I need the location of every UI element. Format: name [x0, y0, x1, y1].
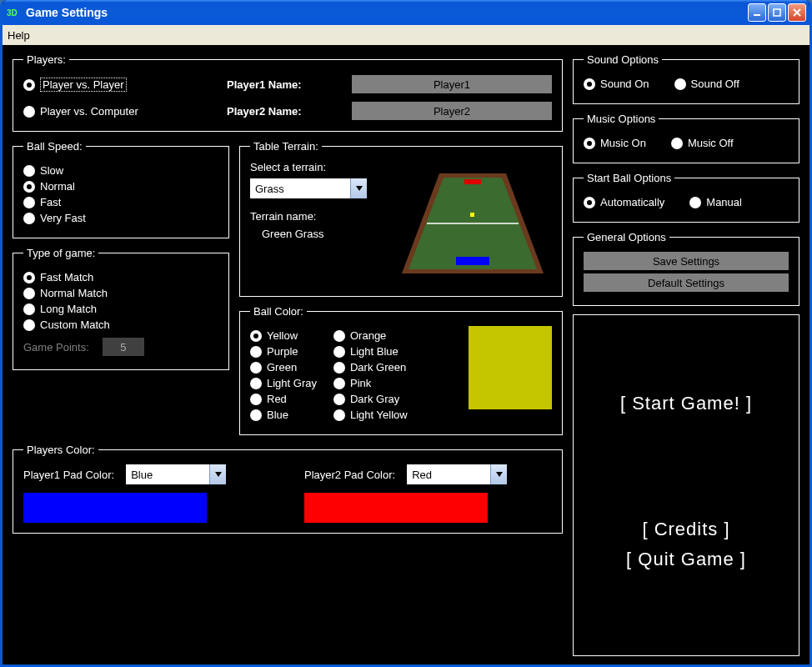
- svg-text:3D: 3D: [7, 8, 18, 18]
- gametype-legend: Type of game:: [23, 247, 98, 259]
- radio-fast[interactable]: Fast: [23, 196, 218, 208]
- close-button[interactable]: [788, 3, 806, 22]
- menubar: Help: [3, 25, 809, 45]
- startball-group: Start Ball Options Automatically Manual: [573, 172, 799, 223]
- radio-normalmatch[interactable]: Normal Match: [23, 287, 218, 299]
- players-legend: Players:: [23, 53, 69, 66]
- radio-music-off[interactable]: Music Off: [671, 137, 734, 149]
- radio-blue[interactable]: Blue: [250, 409, 317, 421]
- terrain-group: Table Terrain: Select a terrain: Grass T…: [239, 140, 563, 297]
- radio-icon: [23, 106, 35, 118]
- radio-sound-on[interactable]: Sound On: [584, 78, 649, 90]
- ballcolor-swatch: [469, 326, 552, 409]
- ballcolor-group: Ball Color: Yellow Purple Green Light Gr…: [239, 305, 563, 435]
- terrain-name-value: Green Grass: [250, 228, 383, 240]
- radio-red[interactable]: Red: [250, 393, 317, 405]
- radio-purple[interactable]: Purple: [250, 345, 317, 358]
- radio-lightblue[interactable]: Light Blue: [333, 345, 408, 358]
- radio-normal[interactable]: Normal: [23, 180, 218, 193]
- terrain-select[interactable]: Grass: [250, 178, 367, 198]
- svg-marker-12: [215, 472, 222, 477]
- radio-pink[interactable]: Pink: [333, 377, 408, 389]
- radio-green[interactable]: Green: [250, 361, 317, 374]
- radio-icon: [23, 79, 35, 91]
- game-points-label: Game Points:: [23, 341, 89, 354]
- radio-darkgreen[interactable]: Dark Green: [333, 361, 408, 374]
- radio-lightgray[interactable]: Light Gray: [250, 377, 317, 389]
- window: 3D Game Settings Help Players: Player vs…: [0, 0, 812, 667]
- svg-rect-10: [456, 257, 489, 265]
- radio-slow[interactable]: Slow: [23, 164, 218, 177]
- save-settings-button[interactable]: Save Settings: [584, 252, 789, 270]
- quit-game-button[interactable]: [ Quit Game ]: [626, 549, 746, 570]
- radio-fastmatch[interactable]: Fast Match: [23, 271, 218, 283]
- radio-music-on[interactable]: Music On: [584, 137, 646, 149]
- radio-startball-auto[interactable]: Automatically: [584, 196, 664, 208]
- p1-pad-label: Player1 Pad Color:: [23, 469, 114, 481]
- player2-name-input[interactable]: Player2: [352, 102, 552, 120]
- svg-rect-1: [754, 14, 760, 16]
- p1-pad-select[interactable]: Blue: [126, 464, 226, 484]
- radio-yellow[interactable]: Yellow: [250, 329, 317, 342]
- radio-lightyellow[interactable]: Light Yellow: [333, 409, 408, 421]
- minimize-button[interactable]: [748, 3, 766, 22]
- svg-marker-5: [356, 186, 363, 191]
- player1-name-input[interactable]: Player1: [352, 75, 552, 93]
- radio-longmatch[interactable]: Long Match: [23, 303, 218, 315]
- chevron-down-icon: [350, 178, 367, 198]
- svg-rect-2: [774, 9, 780, 16]
- radio-orange[interactable]: Orange: [333, 329, 408, 342]
- players-group: Players: Player vs. Player Player vs. Co…: [13, 53, 563, 132]
- terrain-legend: Table Terrain:: [250, 140, 322, 153]
- ballspeed-legend: Ball Speed:: [23, 140, 86, 153]
- radio-startball-manual[interactable]: Manual: [689, 196, 742, 208]
- radio-veryfast[interactable]: Very Fast: [23, 212, 218, 224]
- player1-name-label: Player1 Name:: [227, 78, 343, 91]
- menu-help[interactable]: Help: [8, 29, 30, 42]
- terrain-name-label: Terrain name:: [250, 210, 383, 223]
- radio-sound-off[interactable]: Sound Off: [674, 78, 739, 90]
- p1-pad-swatch: [23, 493, 207, 523]
- p2-pad-select[interactable]: Red: [407, 464, 507, 484]
- app-icon: 3D: [6, 5, 21, 20]
- p2-pad-label: Player2 Pad Color:: [304, 469, 395, 481]
- svg-marker-13: [496, 472, 503, 477]
- window-title: Game Settings: [26, 6, 108, 19]
- sound-group: Sound Options Sound On Sound Off: [573, 53, 799, 104]
- radio-custommatch[interactable]: Custom Match: [23, 318, 218, 331]
- ballspeed-group: Ball Speed: Slow Normal Fast Very Fast: [13, 140, 229, 238]
- ballcolor-legend: Ball Color:: [250, 305, 307, 318]
- p2-pad-swatch: [304, 493, 488, 523]
- maximize-button[interactable]: [768, 3, 786, 22]
- chevron-down-icon: [209, 464, 226, 484]
- svg-rect-11: [470, 213, 474, 217]
- actions-panel: [ Start Game! ] [ Credits ] [ Quit Game …: [573, 314, 799, 656]
- general-group: General Options Save Settings Default Se…: [573, 231, 799, 306]
- game-points-input[interactable]: 5: [103, 338, 144, 356]
- gametype-group: Type of game: Fast Match Normal Match Lo…: [13, 247, 229, 370]
- radio-pvc[interactable]: Player vs. Computer: [23, 105, 207, 118]
- music-group: Music Options Music On Music Off: [573, 113, 799, 163]
- default-settings-button[interactable]: Default Settings: [584, 273, 789, 292]
- radio-pvp[interactable]: Player vs. Player: [23, 78, 207, 92]
- credits-button[interactable]: [ Credits ]: [642, 519, 729, 540]
- terrain-preview: [393, 161, 552, 286]
- radio-darkgray[interactable]: Dark Gray: [333, 393, 408, 405]
- terrain-select-label: Select a terrain:: [250, 161, 383, 173]
- chevron-down-icon: [490, 464, 507, 484]
- titlebar: 3D Game Settings: [3, 0, 809, 25]
- start-game-button[interactable]: [ Start Game! ]: [620, 393, 752, 414]
- playerscolor-legend: Players Color:: [23, 444, 98, 456]
- svg-rect-9: [464, 179, 481, 184]
- playerscolor-group: Players Color: Player1 Pad Color: Blue: [13, 444, 563, 534]
- player2-name-label: Player2 Name:: [227, 105, 343, 118]
